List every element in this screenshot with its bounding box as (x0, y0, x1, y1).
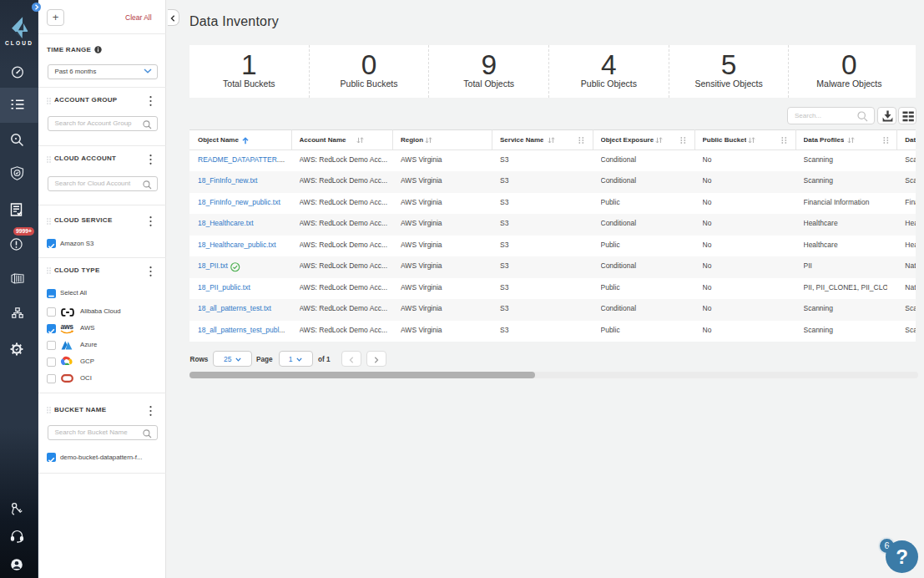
svg-text:CLOUD: CLOUD (5, 40, 33, 46)
